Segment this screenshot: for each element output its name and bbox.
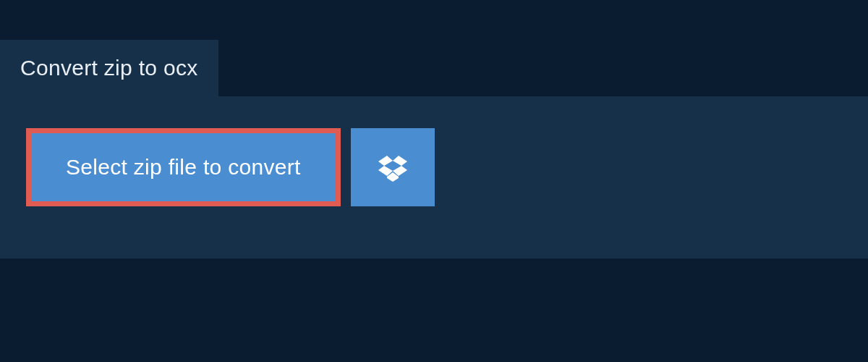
tab-convert[interactable]: Convert zip to ocx	[0, 40, 218, 96]
dropbox-icon	[378, 153, 407, 182]
svg-marker-1	[393, 156, 407, 166]
select-file-button-label: Select zip file to convert	[66, 155, 301, 180]
button-row: Select zip file to convert	[26, 128, 842, 206]
dropbox-button[interactable]	[351, 128, 435, 206]
converter-panel: Select zip file to convert	[0, 96, 868, 258]
select-file-button[interactable]: Select zip file to convert	[26, 128, 341, 206]
svg-marker-0	[378, 156, 393, 166]
tab-label: Convert zip to ocx	[20, 56, 198, 80]
tab-bar: Convert zip to ocx	[0, 0, 868, 96]
